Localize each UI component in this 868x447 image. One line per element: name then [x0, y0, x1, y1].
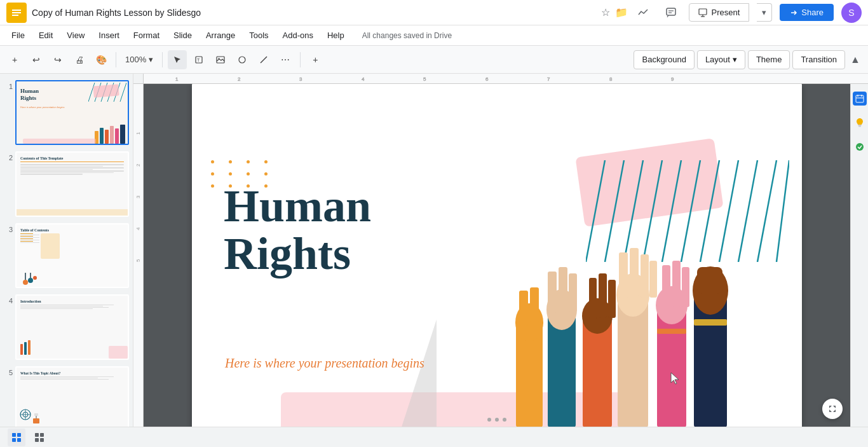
slide-subtitle[interactable]: Here is where your presentation begins: [225, 356, 424, 371]
svg-rect-97: [672, 261, 681, 307]
shape-tool-button[interactable]: [233, 50, 252, 69]
svg-rect-90: [619, 252, 628, 298]
slide-thumbnail-2[interactable]: 2 Contents of This Template: [3, 150, 130, 217]
redo-button[interactable]: ↪: [48, 50, 67, 69]
menu-help[interactable]: Help: [321, 28, 351, 43]
svg-rect-93: [649, 261, 657, 298]
menu-file[interactable]: File: [5, 28, 31, 43]
grid-view-button[interactable]: [8, 429, 25, 446]
svg-rect-96: [662, 265, 670, 308]
collapse-toolbar-button[interactable]: ▲: [848, 52, 863, 67]
svg-text:7: 7: [547, 76, 550, 82]
svg-text:6: 6: [485, 76, 489, 82]
ruler-vertical: 1 2 3 4 5: [133, 84, 144, 427]
slide-number-4: 4: [4, 297, 13, 305]
share-button[interactable]: Share: [780, 4, 834, 21]
image-tool-button[interactable]: [211, 50, 230, 69]
insert-button[interactable]: +: [306, 50, 325, 69]
thumb5-title: What Is This Topic About?: [20, 371, 60, 375]
layout-button[interactable]: Layout ▾: [697, 50, 745, 69]
expand-button[interactable]: [822, 399, 843, 419]
lightbulb-icon[interactable]: [853, 116, 867, 130]
select-tool-button[interactable]: [168, 50, 187, 69]
svg-rect-4: [667, 8, 675, 15]
menu-format[interactable]: Format: [127, 28, 166, 43]
svg-rect-108: [858, 125, 861, 126]
comments-icon[interactable]: [661, 3, 681, 23]
svg-rect-103: [694, 319, 727, 326]
svg-text:3: 3: [135, 195, 141, 198]
svg-text:1: 1: [135, 132, 141, 135]
menu-arrange[interactable]: Arrange: [200, 28, 241, 43]
paintformat-button[interactable]: 🎨: [92, 50, 111, 69]
svg-rect-118: [40, 438, 44, 442]
ruler-marks: 1 2 3 4 5 6 7 8 9: [144, 74, 868, 83]
svg-rect-113: [12, 438, 16, 442]
slide-number-1: 1: [4, 83, 13, 90]
nav-dot-2[interactable]: [495, 418, 499, 422]
menu-addons[interactable]: Add-ons: [276, 28, 320, 43]
present-button[interactable]: Present: [689, 3, 749, 22]
slides-panel: 1: [0, 74, 133, 427]
svg-point-28: [23, 280, 28, 285]
svg-rect-87: [608, 280, 616, 318]
checkmark-icon[interactable]: [853, 140, 867, 154]
activity-icon[interactable]: [633, 3, 653, 23]
svg-text:4: 4: [362, 76, 365, 82]
svg-text:4: 4: [135, 227, 141, 230]
slide-thumbnail-5[interactable]: 5 What Is This Topic About?: [3, 365, 130, 427]
nav-dot-1[interactable]: [487, 418, 491, 422]
toolbar-separator-1: [116, 52, 116, 67]
print-button[interactable]: 🖨: [70, 50, 89, 69]
svg-point-30: [33, 276, 37, 280]
menu-slide[interactable]: Slide: [167, 28, 198, 43]
slide-main-title[interactable]: Human Rights: [224, 182, 371, 279]
svg-line-15: [261, 57, 267, 63]
svg-text:5: 5: [135, 259, 141, 262]
svg-rect-83: [583, 319, 612, 427]
slide-thumbnail-3[interactable]: 3 Table of Contents: [3, 222, 130, 289]
menu-tools[interactable]: Tools: [243, 28, 275, 43]
bottom-bar: [0, 427, 868, 447]
toolbar-separator-2: [162, 52, 163, 67]
thumb1-title: HumanRights: [20, 88, 39, 102]
toolbar: + ↩ ↪ 🖨 🎨 100% ▾ T ⋯: [0, 46, 868, 74]
slide-canvas[interactable]: Human Rights Here is where your presenta…: [192, 84, 802, 427]
line-tool-button[interactable]: [254, 50, 273, 69]
nav-dot-3[interactable]: [503, 418, 506, 422]
folder-icon[interactable]: 📁: [615, 6, 628, 18]
undo-button[interactable]: ↩: [27, 50, 46, 69]
main-area: 1: [0, 74, 868, 427]
transition-button[interactable]: Transition: [792, 50, 845, 69]
slide-number-2: 2: [4, 154, 13, 162]
present-dropdown-button[interactable]: ▾: [757, 3, 772, 22]
slide-canvas-wrapper: Human Rights Here is where your presenta…: [144, 84, 850, 427]
svg-rect-115: [35, 433, 39, 437]
svg-point-14: [239, 57, 245, 63]
svg-rect-81: [559, 267, 567, 310]
svg-rect-114: [17, 438, 21, 442]
zoom-dropdown[interactable]: 100% ▾: [121, 50, 157, 69]
canvas-area: 1 2 3 4 5 6 7 8 9 1 2: [133, 74, 868, 427]
menu-view[interactable]: View: [60, 28, 91, 43]
slide-number-3: 3: [4, 226, 13, 233]
right-sidebar: [850, 84, 868, 427]
svg-rect-99: [657, 329, 686, 334]
svg-point-84: [582, 298, 613, 334]
more-tools-button[interactable]: ⋯: [276, 50, 295, 69]
menu-edit[interactable]: Edit: [32, 28, 59, 43]
slide-number-5: 5: [4, 369, 13, 376]
calendar-icon[interactable]: [853, 92, 867, 106]
slide-thumbnail-4[interactable]: 4 Introduction: [3, 293, 130, 361]
background-button[interactable]: Background: [634, 50, 694, 69]
menu-insert[interactable]: Insert: [92, 28, 126, 43]
add-slide-button[interactable]: +: [5, 50, 24, 69]
star-icon[interactable]: ☆: [601, 6, 610, 18]
svg-rect-112: [17, 433, 21, 437]
svg-rect-23: [100, 128, 104, 144]
list-view-button[interactable]: [31, 429, 48, 446]
slide-thumbnail-1[interactable]: 1: [3, 79, 130, 146]
theme-button[interactable]: Theme: [748, 50, 790, 69]
textbox-tool-button[interactable]: T: [189, 50, 208, 69]
user-avatar[interactable]: S: [841, 3, 862, 23]
